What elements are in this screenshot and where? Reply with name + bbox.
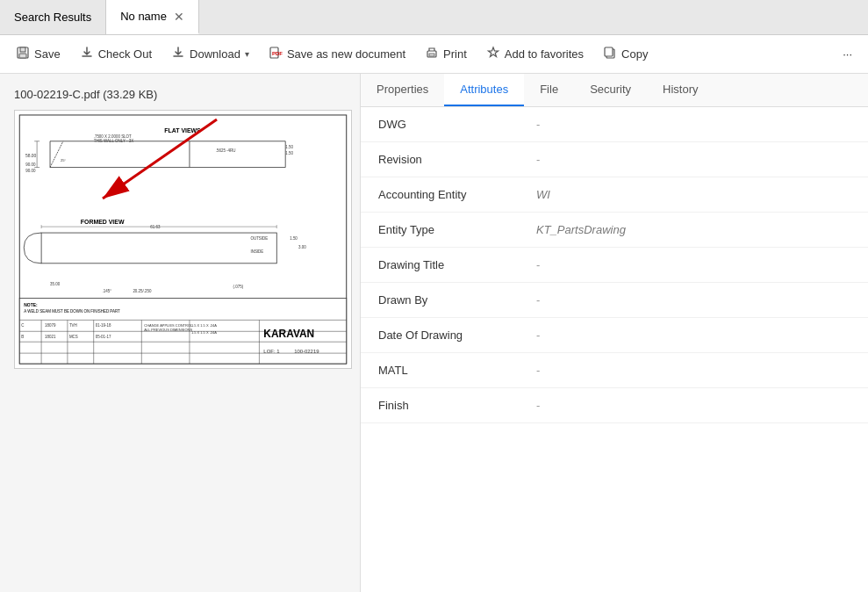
attr-label: MATL (378, 364, 536, 377)
close-tab-icon[interactable]: ✕ (174, 11, 184, 23)
svg-text:1.50: 1.50 (285, 151, 293, 155)
svg-text:18079: 18079 (45, 323, 56, 328)
attr-value: - (536, 258, 540, 271)
attr-value: WI (536, 188, 550, 201)
attr-label: Finish (378, 399, 536, 412)
attr-label: Date Of Drawing (378, 328, 536, 342)
attr-row: Drawing Title- (361, 248, 868, 283)
svg-text:3.00: 3.00 (298, 245, 306, 249)
attr-row: Date Of Drawing- (361, 318, 868, 353)
toolbar: Save Check Out Download ▾ PDF Save as ne… (0, 35, 868, 74)
attr-value: - (536, 328, 540, 342)
doc-preview: FLAT VIEWS 58.00 25° .7500 X 2.0 (14, 110, 352, 369)
star-icon (486, 46, 500, 62)
attr-value: - (536, 293, 540, 307)
svg-text:61.63: 61.63 (150, 225, 161, 229)
print-button[interactable]: Print (416, 40, 476, 68)
tab-properties[interactable]: Properties (361, 74, 444, 106)
checkout-button[interactable]: Check Out (71, 40, 161, 68)
svg-text:25°: 25° (61, 158, 66, 162)
attr-panel: Properties Attributes File Security Hist… (360, 74, 868, 592)
copy-icon (603, 46, 617, 62)
attr-content: DWG-Revision-Accounting EntityWIEntity T… (361, 107, 868, 592)
svg-rect-6 (429, 54, 434, 56)
search-results-label: Search Results (14, 11, 91, 24)
svg-text:100-02219: 100-02219 (294, 349, 319, 354)
more-label: ··· (843, 47, 852, 61)
svg-text:FLAT VIEWS: FLAT VIEWS (164, 127, 201, 134)
save-as-button[interactable]: PDF Save as new document (260, 40, 414, 68)
svg-rect-8 (605, 47, 613, 56)
favorites-label: Add to favorites (505, 47, 584, 61)
save-button[interactable]: Save (7, 40, 69, 68)
main-content: 100-02219-C.pdf (33.29 KB) FLAT VIEWS (0, 74, 868, 592)
attr-row: Drawn By- (361, 283, 868, 318)
download-icon (171, 46, 185, 62)
svg-text:.145°: .145° (103, 289, 112, 293)
svg-rect-2 (19, 54, 26, 58)
doc-panel: 100-02219-C.pdf (33.29 KB) FLAT VIEWS (0, 74, 360, 592)
svg-text:PDF: PDF (272, 51, 283, 56)
no-name-label: No name (120, 10, 167, 23)
svg-rect-1 (20, 47, 25, 52)
attr-row: DWG- (361, 107, 868, 142)
download-label: Download (190, 47, 240, 61)
attr-row: Revision- (361, 142, 868, 177)
attr-label: Entity Type (378, 223, 536, 236)
attr-value: KT_PartsDrawing (536, 223, 626, 236)
tab-file[interactable]: File (524, 74, 574, 106)
copy-label: Copy (621, 47, 648, 61)
tab-search-results[interactable]: Search Results (0, 0, 106, 34)
svg-text:1.50: 1.50 (290, 236, 298, 241)
checkout-label: Check Out (98, 47, 152, 61)
more-button[interactable]: ··· (834, 42, 861, 66)
svg-text:INSIDE: INSIDE (250, 249, 263, 254)
attr-label: Revision (378, 153, 536, 166)
attr-label: Drawn By (378, 293, 536, 307)
tab-security[interactable]: Security (574, 74, 647, 106)
svg-text:90.00: 90.00 (25, 169, 36, 173)
svg-text:01-19-18: 01-19-18 (96, 323, 111, 328)
doc-filename: 100-02219-C.pdf (33.29 KB) (14, 88, 346, 101)
svg-text:90.00: 90.00 (25, 162, 36, 167)
attr-row: Entity TypeKT_PartsDrawing (361, 213, 868, 248)
attr-value: - (536, 118, 540, 131)
drawing-svg: FLAT VIEWS 58.00 25° .7500 X 2.0 (15, 111, 351, 368)
attr-row: MATL- (361, 353, 868, 388)
tab-history[interactable]: History (647, 74, 714, 106)
copy-button[interactable]: Copy (594, 40, 656, 68)
svg-text:KARAVAN: KARAVAN (263, 328, 314, 340)
attr-label: Accounting Entity (378, 188, 536, 201)
attr-value: - (536, 153, 540, 166)
save-as-label: Save as new document (287, 47, 405, 61)
svg-text:ALL PREVIOUS DIMENSIONS: ALL PREVIOUS DIMENSIONS (144, 328, 192, 332)
svg-text:1.5 X 1.5 X .24A: 1.5 X 1.5 X .24A (191, 323, 217, 328)
svg-text:1.5 X 1.5 X .24A: 1.5 X 1.5 X .24A (191, 330, 217, 335)
svg-text:OUTSIDE: OUTSIDE (250, 236, 268, 241)
svg-text:THIS WALL ONLY - 3X: THIS WALL ONLY - 3X (94, 139, 134, 143)
download-button[interactable]: Download ▾ (162, 40, 258, 68)
svg-text:LOF: 1: LOF: 1 (263, 349, 280, 354)
svg-text:20.25/.250: 20.25/.250 (133, 289, 152, 293)
svg-text:FORMED VIEW: FORMED VIEW (81, 219, 125, 225)
svg-text:B: B (21, 335, 24, 339)
download-chevron-icon: ▾ (245, 49, 249, 59)
attr-row: Accounting EntityWI (361, 177, 868, 213)
save-icon (16, 46, 30, 62)
save-as-icon: PDF (269, 46, 283, 62)
svg-text:1.50: 1.50 (285, 145, 293, 149)
svg-text:MCS: MCS (69, 335, 78, 339)
print-icon (425, 46, 439, 62)
svg-text:NOTE:: NOTE: (24, 303, 38, 307)
print-label: Print (443, 47, 467, 61)
svg-text:A  WELD SEAM MUST BE DOWN ON F: A WELD SEAM MUST BE DOWN ON FINISHED PAR… (24, 309, 120, 314)
attr-row: Finish- (361, 388, 868, 423)
attr-value: - (536, 364, 540, 377)
tab-no-name[interactable]: No name ✕ (106, 0, 199, 34)
tab-bar: Search Results No name ✕ (0, 0, 868, 35)
svg-text:58.00: 58.00 (25, 154, 37, 158)
favorites-button[interactable]: Add to favorites (477, 40, 592, 68)
svg-text:(.075): (.075) (233, 285, 244, 289)
tab-attributes[interactable]: Attributes (444, 74, 524, 106)
attr-tabs: Properties Attributes File Security Hist… (361, 74, 868, 107)
